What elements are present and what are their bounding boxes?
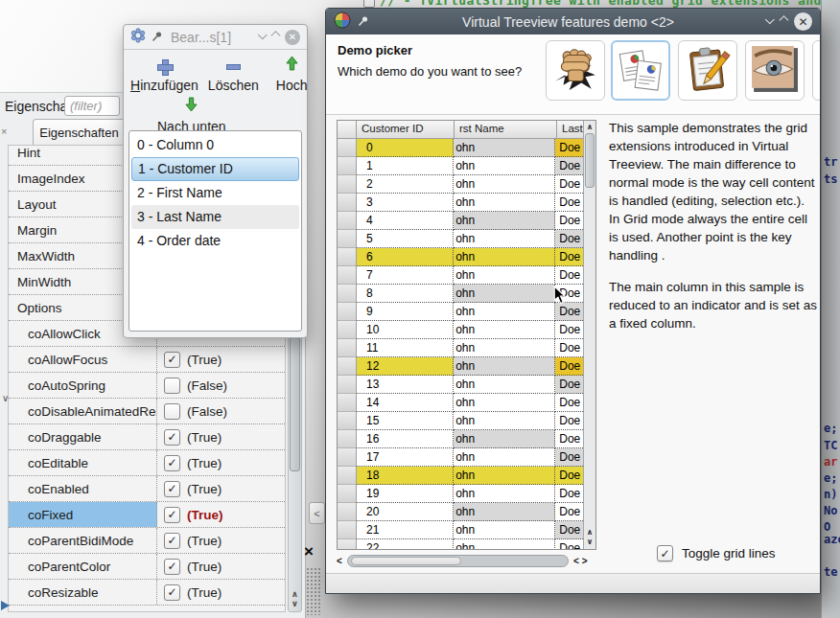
grid-cell[interactable]: 21 bbox=[357, 521, 454, 539]
grid-cell[interactable]: ohn bbox=[454, 139, 555, 157]
grid-cell[interactable]: Doe bbox=[555, 266, 583, 285]
grid-cell[interactable]: ohn bbox=[454, 467, 555, 485]
column-editor-titlebar[interactable]: Bear...s[1] ✕ bbox=[124, 25, 307, 50]
grid-cell[interactable]: 20 bbox=[357, 503, 454, 521]
grid-indicator-cell[interactable] bbox=[338, 503, 357, 521]
grid-cell[interactable]: 12 bbox=[357, 357, 454, 376]
checkbox[interactable]: ✓ bbox=[164, 559, 180, 575]
property-row[interactable]: coAutoSpring(False) bbox=[9, 373, 285, 399]
scrollbar-thumb[interactable] bbox=[351, 557, 461, 565]
grid-cell[interactable]: 6 bbox=[357, 248, 454, 266]
grid-cell[interactable]: 19 bbox=[357, 485, 454, 503]
tab-close-icon[interactable]: × bbox=[1, 126, 7, 137]
checkbox[interactable] bbox=[164, 378, 180, 394]
grid-row[interactable]: 20ohnDoe bbox=[338, 503, 583, 521]
grid-cell[interactable]: Doe bbox=[555, 157, 583, 175]
close-icon[interactable]: ✕ bbox=[794, 12, 812, 31]
checkbox[interactable]: ✓ bbox=[164, 429, 180, 446]
grid-indicator-cell[interactable] bbox=[338, 394, 357, 412]
grid-cell[interactable]: Doe bbox=[555, 357, 583, 376]
grid-cell[interactable]: ohn bbox=[454, 357, 555, 376]
grid-cell[interactable]: 4 bbox=[357, 212, 454, 230]
grid-cell[interactable]: 8 bbox=[357, 285, 454, 303]
grid-row[interactable]: 17ohnDoe bbox=[338, 448, 583, 467]
grid-cell[interactable]: Doe bbox=[555, 448, 583, 467]
list-item[interactable]: 3 - Last Name bbox=[131, 205, 299, 229]
grid-cell[interactable]: Doe bbox=[555, 521, 583, 539]
close-panel-icon[interactable]: × bbox=[304, 542, 314, 561]
demo-button-partial[interactable] bbox=[812, 40, 821, 101]
grid-cell[interactable]: 15 bbox=[357, 412, 454, 430]
pin-icon[interactable] bbox=[358, 13, 369, 31]
add-button[interactable]: Hinzufügen bbox=[126, 54, 203, 95]
grid-indicator-cell[interactable] bbox=[338, 357, 357, 376]
scroll-up-icon[interactable]: ∧ bbox=[584, 529, 595, 537]
property-row[interactable]: coDisableAnimatedRes(False) bbox=[9, 399, 285, 424]
grid-indicator-cell[interactable] bbox=[338, 339, 357, 357]
grid-indicator-cell[interactable] bbox=[338, 248, 357, 266]
list-item[interactable]: 2 - First Name bbox=[131, 181, 299, 205]
grid-cell[interactable]: Doe bbox=[555, 430, 583, 448]
grid-cell[interactable]: Doe bbox=[555, 539, 583, 549]
grid-cell[interactable]: ohn bbox=[454, 175, 555, 194]
grid-cell[interactable]: 14 bbox=[357, 394, 454, 412]
grid-cell[interactable]: ohn bbox=[454, 394, 555, 412]
grid-cell[interactable]: Doe bbox=[555, 394, 583, 412]
move-up-button[interactable]: Hoch bbox=[271, 54, 313, 95]
grid-cell[interactable]: ohn bbox=[454, 248, 555, 266]
demo-button-fist[interactable] bbox=[546, 40, 605, 101]
grid-cell[interactable]: ohn bbox=[454, 376, 555, 394]
grid-cell[interactable]: ohn bbox=[454, 303, 555, 321]
toggle-grid-lines-checkbox[interactable]: ✓ bbox=[657, 545, 673, 561]
grid-row[interactable]: 14ohnDoe bbox=[338, 394, 583, 412]
grid-vertical-scrollbar[interactable]: ∧ ∧ ∨ bbox=[583, 121, 595, 549]
grid-cell[interactable]: ohn bbox=[454, 412, 555, 430]
scrollbar-thumb[interactable] bbox=[290, 337, 300, 471]
scroll-up-icon[interactable]: ∧ bbox=[292, 590, 298, 599]
grid-cell[interactable]: ohn bbox=[454, 194, 555, 212]
grid-indicator-cell[interactable] bbox=[338, 412, 357, 430]
list-item[interactable]: 0 - Column 0 bbox=[131, 133, 299, 157]
grid-cell[interactable]: ohn bbox=[454, 448, 555, 467]
grid-cell[interactable]: 2 bbox=[357, 175, 454, 194]
grid-cell[interactable]: Doe bbox=[555, 212, 583, 230]
grid-cell[interactable]: ohn bbox=[454, 503, 555, 521]
collapse-left-button[interactable]: < bbox=[309, 502, 325, 524]
demo-button-clipboard[interactable] bbox=[678, 40, 737, 101]
property-row[interactable]: coFixed✓(True) bbox=[9, 502, 285, 528]
checkbox[interactable]: ✓ bbox=[164, 584, 180, 601]
grid-indicator-cell[interactable] bbox=[338, 230, 357, 248]
grid-indicator-cell[interactable] bbox=[338, 266, 357, 285]
grid-cell[interactable]: ohn bbox=[454, 321, 555, 339]
grid-cell[interactable]: ohn bbox=[454, 521, 555, 539]
grid-cell[interactable]: ohn bbox=[454, 285, 555, 303]
grid-row[interactable]: 11ohnDoe bbox=[338, 339, 583, 357]
grid-cell[interactable]: Doe bbox=[555, 376, 583, 394]
grid-cell[interactable]: 0 bbox=[357, 139, 454, 157]
grid-row[interactable]: 16ohnDoe bbox=[338, 430, 583, 448]
grid-row[interactable]: 6ohnDoe bbox=[338, 248, 583, 266]
grid-indicator-cell[interactable] bbox=[338, 285, 357, 303]
demo-button-eye[interactable] bbox=[745, 40, 805, 101]
grid-indicator-cell[interactable] bbox=[338, 448, 357, 467]
grid-row[interactable]: 18ohnDoe bbox=[338, 467, 583, 485]
grid-cell[interactable]: Doe bbox=[555, 467, 583, 485]
checkbox[interactable] bbox=[164, 403, 180, 420]
grid-cell[interactable]: 1 bbox=[357, 157, 454, 175]
grid-cell[interactable]: ohn bbox=[454, 430, 555, 448]
grid-row[interactable]: 2ohnDoe bbox=[338, 175, 583, 194]
shade-icon[interactable] bbox=[765, 14, 775, 24]
list-item[interactable]: 4 - Order date bbox=[131, 229, 299, 253]
scroll-left-icon[interactable]: < bbox=[337, 556, 347, 566]
grid-cell[interactable]: 17 bbox=[357, 448, 454, 467]
grid-indicator-cell[interactable] bbox=[338, 303, 357, 321]
grid-cell[interactable]: Doe bbox=[555, 230, 583, 248]
grid-indicator-cell[interactable] bbox=[338, 321, 357, 339]
grid-row[interactable]: 9ohnDoe bbox=[338, 303, 583, 321]
grid-indicator-cell[interactable] bbox=[338, 539, 357, 549]
toggle-grid-lines[interactable]: ✓ Toggle grid lines bbox=[657, 545, 776, 561]
property-row[interactable]: coEditable✓(True) bbox=[9, 450, 285, 476]
property-row[interactable]: coParentBidiMode✓(True) bbox=[9, 528, 285, 554]
maximize-icon[interactable] bbox=[780, 15, 789, 25]
grid-cell[interactable]: Doe bbox=[555, 339, 583, 357]
